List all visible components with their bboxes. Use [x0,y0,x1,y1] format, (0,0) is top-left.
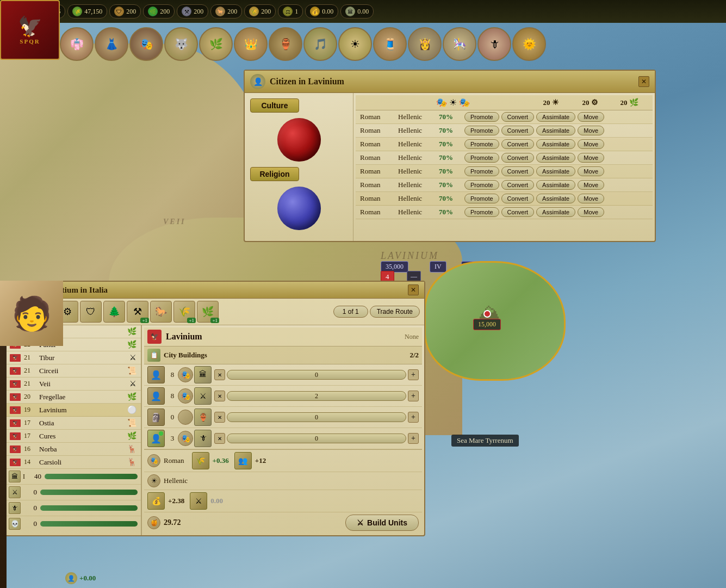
portrait-12[interactable]: 🎠 [443,27,476,61]
pop-area-2: ⚔ 0 [5,485,141,500]
citizen-panel-title: Citizen in Lavinium [270,77,344,86]
building-add-1[interactable]: + [408,369,419,380]
portrait-14[interactable]: 🌞 [512,27,546,61]
portrait-5[interactable]: 🌿 [199,27,233,61]
citizen-7-promote[interactable]: Promote [464,194,499,203]
building-icon-2: 👤 [147,387,165,405]
building-remove-3[interactable]: ✕ [214,412,225,423]
citizen-8-move[interactable]: Move [578,207,604,217]
religion-icon: ☀ [147,474,160,487]
citizen-1-assimilate[interactable]: Assimilate [536,112,575,122]
citizen-6-convert[interactable]: Convert [501,180,535,190]
citizen-3-convert[interactable]: Convert [501,139,535,149]
citizen-8-assimilate[interactable]: Assimilate [536,207,575,217]
portrait-4[interactable]: 🐺 [164,27,198,61]
citizen-7-assimilate[interactable]: Assimilate [536,194,575,203]
lavinium-icon: ⚪ [127,405,136,414]
citizen-3-assimilate[interactable]: Assimilate [536,139,575,149]
citizen-4-promote[interactable]: Promote [464,153,499,163]
citizen-5-move[interactable]: Move [578,166,604,176]
building-add-3[interactable]: + [408,412,419,423]
carsioli-icon: 🦌 [127,457,136,467]
citizen-8-culture: Roman [360,208,398,216]
citizen-panel-close[interactable]: ✕ [638,76,649,87]
building-value-4: 0 [227,434,406,443]
city-item-lavinium[interactable]: 🦅 19 Lavinium ⚪ [5,404,141,417]
citizen-3-move[interactable]: Move [578,139,604,149]
portrait-7[interactable]: 🏺 [269,27,302,61]
citizen-2-assimilate[interactable]: Assimilate [536,126,575,135]
citizen-1-culture: Roman [360,113,398,121]
citizen-4-convert[interactable]: Convert [501,153,535,163]
citizen-4-move[interactable]: Move [578,153,604,163]
ostia-icon: 📜 [127,418,136,428]
citizen-5-promote[interactable]: Promote [464,166,499,176]
city-item-norba[interactable]: 🦅 16 Norba 🦌 [5,443,141,456]
citizen-1-convert[interactable]: Convert [501,112,535,122]
pop-bottom-value: +0.00 [79,574,96,583]
spqr-eagle[interactable]: 🦅 SPQR [0,0,65,65]
city-item-ostia[interactable]: 🦅 17 Ostia 📜 [5,417,141,430]
citizen-row-4: Roman Hellenic 70% Promote Convert Assim… [356,151,653,165]
city-item-fregellae[interactable]: 🦅 20 Fregellae 🌿 [5,391,141,404]
citizen-6-promote[interactable]: Promote [464,180,499,190]
religion-filter-btn[interactable]: Religion [250,167,299,181]
citizen-1-religion: Hellenic [398,113,439,121]
portrait-6[interactable]: 👑 [234,27,268,61]
city-item-carsioli[interactable]: 🦅 14 Carsioli 🦌 [5,456,141,469]
citizen-3-promote[interactable]: Promote [464,139,499,149]
building-remove-2[interactable]: ✕ [214,391,225,401]
portrait-9[interactable]: ☀ [338,27,372,61]
herbs-badge: +1 [210,318,219,323]
portrait-3[interactable]: 🎭 [129,27,163,61]
province-close[interactable]: ✕ [408,284,419,295]
gear-icon: ⚙ [63,306,72,318]
trade-route-btn[interactable]: Trade Route [370,306,420,318]
stab-value: 0.00 [357,8,369,16]
lavinium-flag: 🦅 [10,406,21,414]
building-add-2[interactable]: + [408,391,419,401]
city-item-cures[interactable]: 🦅 17 Cures 🌿 [5,430,141,443]
map-city-lavinium[interactable]: 15,000 [473,310,501,330]
building-qty-2: 8 [167,392,178,400]
portrait-10[interactable]: 🧵 [373,27,407,61]
citizen-8-convert[interactable]: Convert [501,207,535,217]
portrait-2[interactable]: 👗 [95,27,128,61]
citizen-7-convert[interactable]: Convert [501,194,535,203]
portrait-8[interactable]: 🎵 [303,27,337,61]
sea-label: Sea Mare Tyrrenum [451,435,519,447]
citizen-2-convert[interactable]: Convert [501,126,535,135]
res4-value: 200 [194,8,203,16]
citizen-5-convert[interactable]: Convert [501,166,535,176]
cures-icon: 🌿 [127,431,136,441]
culture-filter-btn[interactable]: Culture [250,98,299,113]
citizen-1-move[interactable]: Move [578,112,604,122]
build-units-btn[interactable]: ⚔ Build Units [345,515,419,531]
building-remove-1[interactable]: ✕ [214,369,225,380]
citizen-2-promote[interactable]: Promote [464,126,499,135]
herbs-icon: 🌿 [202,306,214,318]
citizen-7-move[interactable]: Move [578,194,604,203]
city-item-tibur[interactable]: 🦅 21 Tibur ⚔ [5,351,141,364]
citizen-1-promote[interactable]: Promote [464,112,499,122]
city-item-veii[interactable]: 🦅 21 Veii ⚔ [5,377,141,391]
pop-area-4: 💀 0 [5,516,141,531]
building-icon-4: 👤 [147,430,165,447]
circeii-name: Circeii [39,367,127,375]
city-item-circeii[interactable]: 🦅 21 Circeii 📜 [5,364,141,377]
res5-value: 200 [227,8,237,16]
portrait-11[interactable]: 👸 [408,27,442,61]
building-remove-4[interactable]: ✕ [214,433,225,444]
resource-res2: 🛡 200 [109,4,141,18]
citizen-8-promote[interactable]: Promote [464,207,499,217]
citizen-4-assimilate[interactable]: Assimilate [536,153,575,163]
building-add-4[interactable]: + [408,433,419,444]
citizen-5-assimilate[interactable]: Assimilate [536,166,575,176]
citizen-2-move[interactable]: Move [578,126,604,135]
portrait-13[interactable]: 🗡 [477,27,511,61]
roma-icon: 🌿 [127,327,136,336]
citizen-6-assimilate[interactable]: Assimilate [536,180,575,190]
citizen-6-move[interactable]: Move [578,180,604,190]
pagination-btn[interactable]: 1 of 1 [333,306,368,318]
cures-name: Cures [39,432,127,441]
